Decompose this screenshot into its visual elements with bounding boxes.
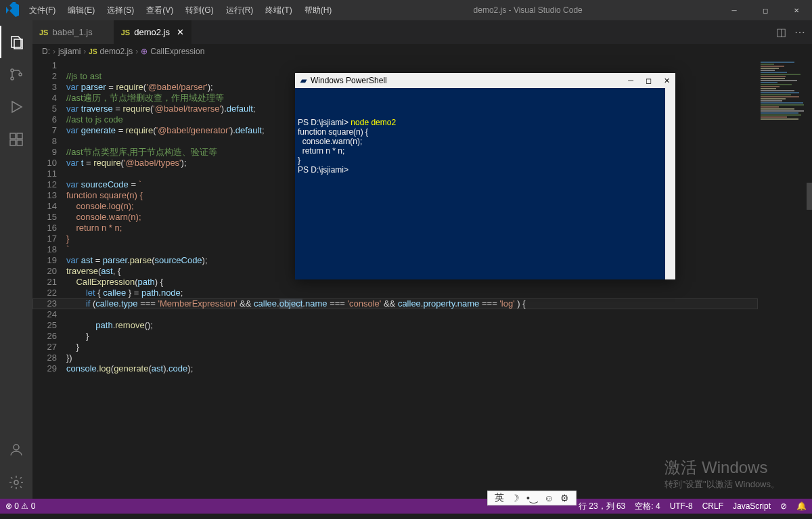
- ime-item[interactable]: ☺: [544, 493, 554, 503]
- minimize-button[interactable]: ─: [719, 0, 750, 20]
- status-item[interactable]: 空格: 4: [635, 501, 660, 512]
- svg-point-1: [11, 77, 14, 80]
- ime-item[interactable]: 英: [495, 492, 504, 504]
- source-control-icon[interactable]: [0, 58, 32, 91]
- status-item[interactable]: CRLF: [702, 501, 723, 511]
- account-icon[interactable]: [0, 434, 32, 466]
- powershell-icon: ▰: [300, 76, 307, 85]
- settings-gear-icon[interactable]: [0, 466, 32, 499]
- powershell-titlebar[interactable]: ▰ Windows PowerShell ─ ◻ ✕: [295, 73, 675, 88]
- titlebar: 文件(F)编辑(E)选择(S)查看(V)转到(G)运行(R)终端(T)帮助(H)…: [0, 0, 812, 20]
- menu-item[interactable]: 运行(R): [221, 2, 259, 19]
- svg-point-0: [11, 69, 14, 72]
- status-item[interactable]: JavaScript: [733, 501, 771, 511]
- svg-point-8: [14, 480, 18, 484]
- menu-item[interactable]: 终端(T): [260, 2, 297, 19]
- svg-rect-5: [10, 140, 16, 145]
- breadcrumb-item[interactable]: demo2.js: [100, 47, 133, 56]
- ime-item[interactable]: ⚙: [560, 493, 569, 503]
- menu-item[interactable]: 帮助(H): [299, 2, 338, 19]
- menu-item[interactable]: 文件(F): [24, 2, 61, 19]
- menu-item[interactable]: 转到(G): [180, 2, 219, 19]
- tab-label: demo2.js: [134, 27, 170, 37]
- breadcrumb-item[interactable]: CallExpression: [150, 47, 204, 56]
- more-actions-icon[interactable]: ⋯: [794, 26, 805, 39]
- svg-rect-4: [17, 133, 22, 139]
- split-editor-icon[interactable]: ◫: [776, 26, 786, 39]
- editor-tab[interactable]: JSdemo2.js✕: [114, 20, 191, 44]
- status-bar: ⊗ 0 ⚠ 0 行 23，列 63空格: 4UTF-8CRLFJavaScrip…: [0, 499, 812, 514]
- tab-label: babel_1.js: [52, 27, 92, 37]
- powershell-window[interactable]: ▰ Windows PowerShell ─ ◻ ✕ PS D:\jsjiami…: [295, 73, 675, 279]
- js-file-icon: JS: [121, 28, 130, 37]
- status-item[interactable]: 🔔: [796, 501, 807, 511]
- window-title: demo2.js - Visual Studio Code: [337, 5, 719, 15]
- close-button[interactable]: ✕: [781, 0, 812, 20]
- editor-tabs: JSbabel_1.js✕JSdemo2.js✕ ◫ ⋯: [32, 20, 812, 44]
- svg-point-7: [14, 445, 19, 450]
- svg-rect-3: [10, 133, 16, 139]
- status-problems[interactable]: ⊗ 0 ⚠ 0: [5, 501, 35, 511]
- menu-item[interactable]: 查看(V): [141, 2, 179, 19]
- windows-activation-watermark: 激活 Windows 转到"设置"以激活 Windows。: [664, 457, 780, 491]
- breadcrumb-item[interactable]: jsjiami: [58, 47, 81, 56]
- ps-close-button[interactable]: ✕: [664, 76, 670, 85]
- tab-close-icon[interactable]: ✕: [177, 27, 184, 37]
- line-numbers: 1234567891011121314151617181920212223242…: [32, 59, 66, 499]
- ime-item[interactable]: •‿: [526, 493, 537, 503]
- powershell-terminal[interactable]: PS D:\jsjiami> node demo2function square…: [295, 88, 675, 279]
- run-debug-icon[interactable]: [0, 91, 32, 123]
- breadcrumbs[interactable]: D:›jsjiami›JS demo2.js›⊕ CallExpression: [32, 44, 812, 59]
- status-item[interactable]: UTF-8: [670, 501, 693, 511]
- side-decoration: [807, 183, 812, 210]
- ps-maximize-button[interactable]: ◻: [646, 76, 652, 85]
- editor-tab[interactable]: JSbabel_1.js✕: [32, 20, 114, 44]
- maximize-button[interactable]: ◻: [750, 0, 781, 20]
- activity-bar: [0, 20, 32, 499]
- status-item[interactable]: 行 23，列 63: [579, 501, 625, 512]
- ime-item[interactable]: ☽: [511, 493, 520, 503]
- js-file-icon: JS: [39, 28, 48, 37]
- ime-toolbar[interactable]: 英☽•‿☺⚙: [487, 491, 577, 505]
- status-item[interactable]: ⊘: [780, 501, 787, 511]
- svg-point-2: [19, 73, 22, 76]
- ps-minimize-button[interactable]: ─: [628, 76, 633, 85]
- svg-rect-6: [17, 140, 22, 145]
- menu-bar: 文件(F)编辑(E)选择(S)查看(V)转到(G)运行(R)终端(T)帮助(H): [24, 2, 337, 19]
- minimap[interactable]: [758, 59, 812, 499]
- powershell-title: Windows PowerShell: [311, 76, 387, 85]
- vscode-logo-icon: [0, 2, 24, 18]
- breadcrumb-item[interactable]: D:: [42, 47, 50, 56]
- extensions-icon[interactable]: [0, 123, 32, 156]
- menu-item[interactable]: 选择(S): [102, 2, 139, 19]
- files-icon[interactable]: [0, 26, 32, 58]
- scrollbar-thumb[interactable]: [665, 88, 675, 100]
- menu-item[interactable]: 编辑(E): [62, 2, 100, 19]
